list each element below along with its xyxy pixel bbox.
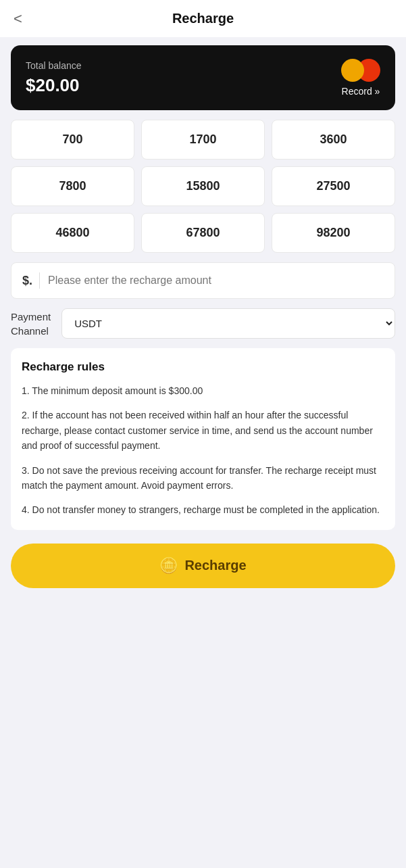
amount-option[interactable]: 27500 <box>272 166 395 206</box>
amount-option[interactable]: 67800 <box>141 213 265 253</box>
payment-label: PaymentChannel <box>11 310 51 338</box>
amount-option[interactable]: 1700 <box>141 120 265 160</box>
amount-grid: 7001700360078001580027500468006780098200 <box>11 120 395 253</box>
mc-left-circle <box>341 59 364 82</box>
payment-section: PaymentChannel USDT <box>11 308 395 339</box>
rule-item: 3. Do not save the previous receiving ac… <box>22 463 384 493</box>
coin-icon: 🪙 <box>159 557 178 575</box>
balance-info: Total balance $20.00 <box>26 60 82 96</box>
header: < Recharge <box>0 0 406 37</box>
currency-prefix: $. <box>22 274 32 288</box>
balance-card: Total balance $20.00 Record » <box>11 45 395 110</box>
page-title: Recharge <box>172 11 234 26</box>
amount-option[interactable]: 3600 <box>272 120 395 160</box>
record-label: Record » <box>342 86 380 97</box>
recharge-button-label: Recharge <box>184 558 246 573</box>
rules-section: Recharge rules 1. The minimum deposit am… <box>11 348 395 530</box>
rules-title: Recharge rules <box>22 360 384 374</box>
amount-input[interactable] <box>48 274 384 287</box>
back-button[interactable]: < <box>14 10 22 28</box>
recharge-button-wrapper: 🪙 Recharge <box>11 544 395 588</box>
record-button[interactable]: Record » <box>341 59 380 97</box>
balance-amount: $20.00 <box>26 75 82 96</box>
recharge-button[interactable]: 🪙 Recharge <box>11 544 395 588</box>
amount-option[interactable]: 98200 <box>272 213 395 253</box>
amount-option[interactable]: 46800 <box>11 213 134 253</box>
amount-option[interactable]: 15800 <box>141 166 265 206</box>
rule-item: 4. Do not transfer money to strangers, r… <box>22 502 384 517</box>
balance-label: Total balance <box>26 60 82 71</box>
amount-input-section: $. <box>11 262 395 299</box>
amount-option[interactable]: 700 <box>11 120 134 160</box>
input-divider <box>39 272 40 289</box>
amount-option[interactable]: 7800 <box>11 166 134 206</box>
rule-item: 2. If the account has not been received … <box>22 408 384 453</box>
payment-channel-select[interactable]: USDT <box>61 308 395 339</box>
rule-item: 1. The minimum deposit amount is $300.00 <box>22 383 384 398</box>
mastercard-icon <box>341 59 380 82</box>
